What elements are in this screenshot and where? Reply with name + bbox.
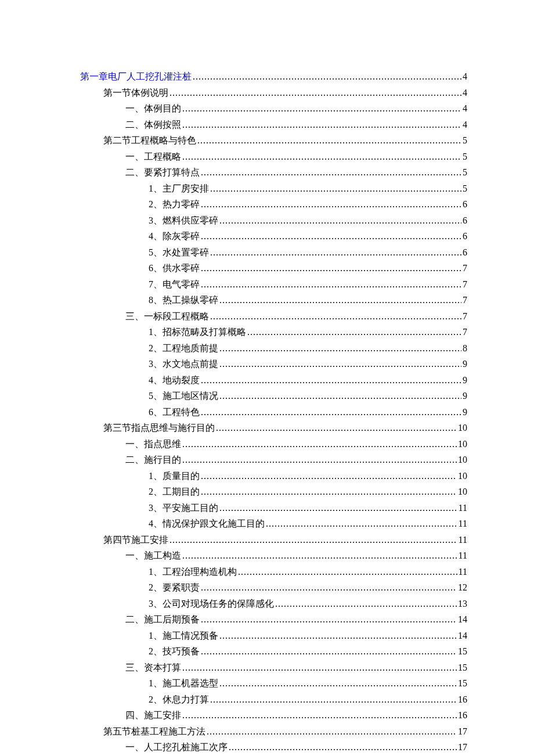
toc-entry[interactable]: 第二节工程概略与特色5 (80, 132, 467, 149)
toc-leader-dots (229, 739, 457, 755)
toc-entry[interactable]: 2、休息力打算16 (80, 692, 467, 708)
toc-leader-dots (216, 420, 457, 436)
toc-entry[interactable]: 第五节桩基工程施工方法17 (80, 723, 467, 740)
toc-entry-title: 2、技巧预备 (149, 643, 200, 660)
toc-entry[interactable]: 2、工期目的10 (80, 484, 467, 500)
toc-entry[interactable]: 1、招标范畴及打算概略7 (80, 324, 467, 340)
toc-entry[interactable]: 3、水文地点前提9 (80, 356, 467, 372)
toc-entry[interactable]: 第三节指点思维与施行目的10 (80, 420, 467, 436)
toc-leader-dots (201, 611, 457, 628)
toc-entry[interactable]: 二、体例按照4 (80, 117, 467, 133)
toc-entry-page: 5 (463, 181, 467, 197)
toc-entry[interactable]: 2、技巧预备15 (80, 643, 467, 660)
toc-entry[interactable]: 5、水处置零碎6 (80, 244, 467, 261)
toc-entry-page: 14 (458, 611, 467, 628)
toc-entry[interactable]: 四、施工安排16 (80, 707, 467, 723)
toc-entry-title: 第三节指点思维与施行目的 (103, 420, 215, 436)
toc-entry[interactable]: 1、施工情况预备14 (80, 628, 467, 644)
toc-entry-page: 4 (463, 117, 467, 133)
toc-entry[interactable]: 4、地动裂度9 (80, 372, 467, 388)
toc-entry[interactable]: 4、情况保护跟文化施工目的11 (80, 516, 467, 532)
toc-entry-page: 9 (463, 356, 467, 372)
toc-entry-page: 17 (458, 723, 467, 740)
toc-leader-dots (210, 308, 461, 325)
toc-entry-title: 一、人工挖孔桩施工次序 (125, 739, 228, 755)
toc-leader-dots (201, 404, 461, 420)
toc-entry-page: 7 (463, 308, 467, 325)
toc-entry-page: 9 (463, 372, 467, 388)
toc-entry-page: 8 (463, 340, 467, 357)
toc-entry[interactable]: 2、热力零碎6 (80, 196, 467, 213)
toc-entry-page: 4 (463, 85, 467, 101)
toc-entry-title: 第四节施工安排 (103, 532, 168, 548)
toc-entry-page: 17 (458, 739, 467, 755)
toc-entry[interactable]: 二、要紧打算特点5 (80, 164, 467, 181)
toc-entry[interactable]: 1、工程治理构造机构11 (80, 564, 467, 580)
toc-entry[interactable]: 一、人工挖孔桩施工次序17 (80, 739, 467, 755)
toc-leader-dots (266, 516, 457, 532)
toc-entry[interactable]: 第四节施工安排11 (80, 532, 467, 548)
toc-leader-dots (201, 196, 461, 213)
toc-leader-dots (182, 149, 461, 165)
toc-entry-page: 9 (463, 388, 467, 404)
toc-entry[interactable]: 6、工程特色9 (80, 404, 467, 420)
toc-entry-title: 6、工程特色 (149, 404, 200, 420)
toc-entry[interactable]: 4、除灰零碎6 (80, 228, 467, 244)
toc-entry-page: 5 (463, 149, 467, 165)
toc-entry[interactable]: 1、质量目的10 (80, 468, 467, 484)
toc-entry-page: 4 (463, 69, 467, 85)
toc-leader-dots (182, 707, 457, 723)
toc-entry-page: 9 (463, 404, 467, 420)
toc-entry[interactable]: 二、施工后期预备14 (80, 611, 467, 628)
toc-entry[interactable]: 1、施工机器选型15 (80, 675, 467, 692)
toc-leader-dots (182, 452, 457, 468)
toc-entry-title: 第一节体例说明 (103, 85, 168, 101)
toc-entry[interactable]: 2、工程地质前提8 (80, 340, 467, 357)
toc-entry[interactable]: 二、施行目的10 (80, 452, 467, 468)
toc-entry-title: 三、一标段工程概略 (125, 308, 209, 325)
toc-entry-title: 四、施工安排 (125, 707, 181, 723)
toc-entry[interactable]: 第一章电厂人工挖孔灌注桩4 (80, 69, 467, 85)
toc-leader-dots (201, 468, 457, 484)
toc-entry[interactable]: 第一节体例说明4 (80, 85, 467, 101)
toc-entry[interactable]: 三、一标段工程概略7 (80, 308, 467, 325)
toc-leader-dots (219, 388, 461, 404)
toc-entry[interactable]: 3、公司对现场任务的保障感化13 (80, 596, 467, 612)
toc-entry[interactable]: 5、施工地区情况9 (80, 388, 467, 404)
toc-entry[interactable]: 8、热工操纵零碎7 (80, 292, 467, 308)
toc-entry-page: 15 (458, 643, 467, 660)
toc-entry[interactable]: 1、主厂房安排5 (80, 181, 467, 197)
toc-leader-dots (207, 723, 457, 740)
toc-entry-title: 5、施工地区情况 (149, 388, 218, 404)
toc-entry-page: 6 (463, 196, 467, 213)
toc-entry[interactable]: 6、供水零碎7 (80, 260, 467, 276)
toc-entry-title: 二、要紧打算特点 (125, 164, 200, 181)
toc-entry-title: 1、主厂房安排 (149, 181, 209, 197)
toc-entry-page: 6 (463, 244, 467, 261)
toc-leader-dots (210, 181, 461, 197)
toc-entry[interactable]: 一、指点思维10 (80, 436, 467, 452)
toc-entry-title: 2、工期目的 (149, 484, 200, 500)
toc-entry[interactable]: 一、体例目的4 (80, 100, 467, 117)
toc-entry-page: 4 (463, 100, 467, 117)
toc-entry[interactable]: 2、要紧职责12 (80, 579, 467, 596)
toc-entry[interactable]: 三、资本打算15 (80, 660, 467, 676)
toc-leader-dots (219, 356, 461, 372)
toc-entry[interactable]: 7、电气零碎7 (80, 276, 467, 293)
toc-entry-title: 第五节桩基工程施工方法 (103, 723, 205, 740)
toc-entry[interactable]: 3、平安施工目的11 (80, 500, 467, 516)
toc-leader-dots (182, 548, 457, 564)
toc-leader-dots (219, 675, 457, 692)
toc-leader-dots (219, 628, 457, 644)
toc-entry-page: 14 (458, 628, 467, 644)
toc-entry[interactable]: 一、工程概略5 (80, 149, 467, 165)
toc-leader-dots (182, 100, 461, 117)
toc-entry-title: 1、施工机器选型 (149, 675, 218, 692)
toc-entry[interactable]: 一、施工构造11 (80, 548, 467, 564)
toc-leader-dots (247, 324, 461, 340)
toc-leader-dots (201, 164, 461, 181)
toc-entry-page: 7 (463, 324, 467, 340)
toc-leader-dots (219, 500, 457, 516)
toc-entry-page: 15 (458, 660, 467, 676)
toc-entry[interactable]: 3、燃料供应零碎6 (80, 213, 467, 229)
